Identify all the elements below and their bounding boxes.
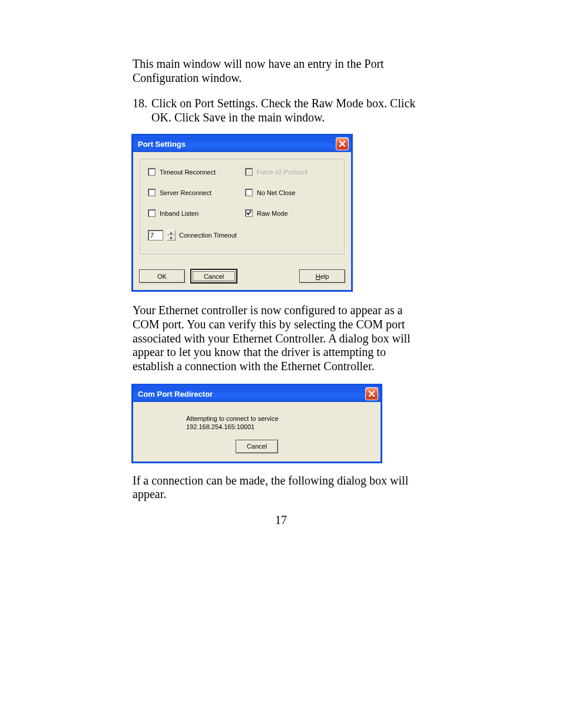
paragraph-after-dialog1: Your Ethernet controller is now configur…: [133, 304, 429, 373]
checkbox-label: Timeout Reconnect: [160, 169, 216, 176]
paragraph-after-dialog2: If a connection can be made, the followi…: [133, 474, 429, 502]
checkbox-server-reconnect[interactable]: Server Reconnect: [148, 189, 239, 196]
checkbox-raw-mode[interactable]: Raw Mode: [245, 209, 336, 217]
checkbox-inband-listen[interactable]: Inband Listen: [148, 209, 239, 217]
checkbox-label: No Net Close: [257, 189, 295, 196]
connection-timeout-label: Connection Timeout: [179, 232, 237, 239]
checkbox-icon: [245, 168, 253, 176]
checkbox-icon: [148, 209, 156, 217]
close-icon[interactable]: [336, 137, 349, 150]
redirector-title: Com Port Redirector: [138, 390, 213, 398]
checkbox-icon: [245, 209, 253, 217]
port-settings-titlebar[interactable]: Port Settings: [133, 136, 351, 152]
checkbox-label: Force v2 Protocol: [257, 169, 308, 176]
cancel-button[interactable]: Cancel: [236, 440, 278, 453]
ok-button[interactable]: OK: [139, 269, 185, 283]
checkbox-icon: [148, 168, 156, 176]
checkbox-label: Inband Listen: [160, 210, 199, 217]
step-18: 18. Click on Port Settings. Check the Ra…: [133, 97, 429, 124]
checkbox-timeout-reconnect[interactable]: Timeout Reconnect: [148, 168, 239, 176]
spinner-down-icon[interactable]: ▼: [167, 235, 176, 241]
port-settings-dialog: Port Settings Timeout Reconnect Force v2: [133, 135, 352, 291]
com-port-redirector-dialog: Com Port Redirector Attempting to connec…: [133, 385, 381, 462]
checkbox-icon: [148, 189, 156, 196]
page-number: 17: [133, 513, 429, 527]
redirector-message-line1: Attempting to connect to service: [186, 415, 328, 423]
close-icon[interactable]: [365, 387, 378, 400]
checkbox-label: Server Reconnect: [160, 189, 211, 196]
checkbox-icon: [245, 189, 253, 196]
step-text: Click on Port Settings. Check the Raw Mo…: [151, 97, 429, 124]
intro-paragraph: This main window will now have an entry …: [133, 57, 429, 85]
redirector-titlebar[interactable]: Com Port Redirector: [133, 386, 381, 402]
redirector-message-line2: 192.168.254.165:10001: [186, 423, 328, 431]
port-settings-title: Port Settings: [138, 140, 186, 149]
help-button[interactable]: Help: [299, 269, 345, 283]
connection-timeout-spinner[interactable]: ▲ ▼: [167, 230, 176, 241]
cancel-button[interactable]: Cancel: [191, 269, 237, 283]
checkbox-force-v2-protocol: Force v2 Protocol: [245, 168, 336, 176]
redirector-message: Attempting to connect to service 192.168…: [186, 415, 328, 431]
spinner-up-icon[interactable]: ▲: [167, 230, 176, 235]
step-number: 18.: [133, 97, 151, 124]
checkbox-label: Raw Mode: [257, 210, 288, 217]
settings-group: Timeout Reconnect Force v2 Protocol Serv…: [139, 158, 345, 255]
checkbox-no-net-close[interactable]: No Net Close: [245, 189, 336, 196]
connection-timeout-input[interactable]: 7: [148, 230, 163, 241]
